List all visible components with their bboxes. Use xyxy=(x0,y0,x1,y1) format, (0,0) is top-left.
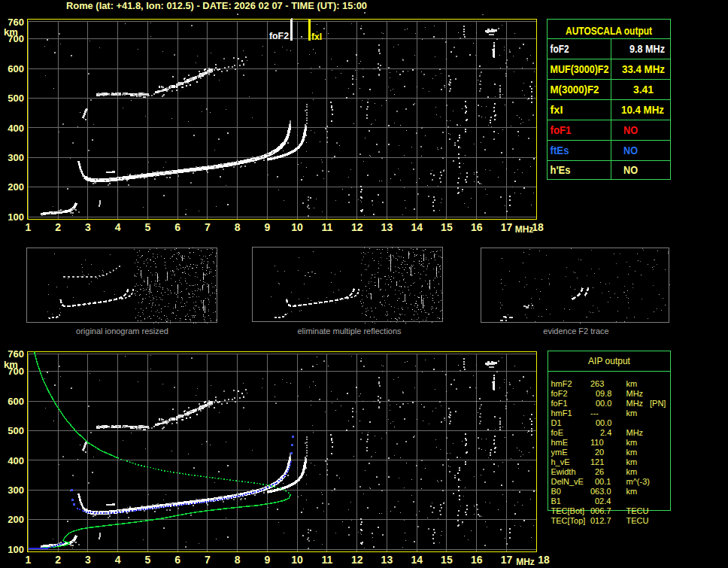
svg-text:3.41: 3.41 xyxy=(633,84,654,96)
svg-text:6: 6 xyxy=(174,554,180,566)
svg-text:foF1: foF1 xyxy=(551,124,572,136)
svg-text:h'Es: h'Es xyxy=(551,164,571,176)
svg-text:hmE: hmE xyxy=(551,438,569,447)
svg-text:TECU: TECU xyxy=(626,506,649,515)
svg-text:700: 700 xyxy=(8,33,24,44)
svg-text:m^(-3): m^(-3) xyxy=(626,477,650,486)
svg-text:10: 10 xyxy=(291,221,303,233)
svg-text:D1: D1 xyxy=(551,418,562,427)
svg-text:eliminate multiple reflections: eliminate multiple reflections xyxy=(297,327,402,336)
svg-text:TECU: TECU xyxy=(626,516,649,525)
svg-text:TEC[Top]: TEC[Top] xyxy=(551,516,586,525)
svg-text:5: 5 xyxy=(144,221,150,233)
svg-text:13: 13 xyxy=(381,554,393,566)
svg-text:16: 16 xyxy=(471,221,483,233)
svg-text:26: 26 xyxy=(595,467,604,476)
svg-text:km: km xyxy=(626,487,638,496)
svg-text:33.4 MHz: 33.4 MHz xyxy=(622,63,665,75)
svg-text:18: 18 xyxy=(532,221,544,233)
svg-text:200: 200 xyxy=(8,181,24,193)
svg-text:MHz: MHz xyxy=(626,399,644,408)
svg-text:2.4: 2.4 xyxy=(600,428,611,437)
svg-text:7: 7 xyxy=(205,221,211,233)
svg-text:B1: B1 xyxy=(551,497,561,506)
svg-text:evidence F2 trace: evidence F2 trace xyxy=(543,327,608,336)
svg-text:km: km xyxy=(626,438,638,447)
svg-text:300: 300 xyxy=(8,484,24,496)
svg-text:14: 14 xyxy=(411,221,423,233)
svg-text:8: 8 xyxy=(235,221,241,233)
svg-text:km: km xyxy=(626,467,638,476)
svg-text:4: 4 xyxy=(115,221,121,233)
svg-text:original ionogram resized: original ionogram resized xyxy=(76,327,168,336)
svg-text:DelN_vE: DelN_vE xyxy=(551,477,584,486)
svg-text:7: 7 xyxy=(205,554,211,566)
svg-text:1: 1 xyxy=(25,221,31,233)
svg-text:15: 15 xyxy=(441,221,453,233)
svg-text:110: 110 xyxy=(590,438,604,447)
svg-text:13: 13 xyxy=(381,221,393,233)
svg-text:012.7: 012.7 xyxy=(590,516,611,525)
svg-text:NO: NO xyxy=(623,144,638,156)
svg-text:500: 500 xyxy=(8,93,24,104)
svg-text:foE: foE xyxy=(551,428,564,437)
svg-text:9: 9 xyxy=(265,554,271,566)
svg-text:1: 1 xyxy=(25,554,31,566)
svg-text:M(3000)F2: M(3000)F2 xyxy=(551,84,599,96)
svg-text:12: 12 xyxy=(351,554,363,566)
svg-text:ftEs: ftEs xyxy=(551,144,569,156)
svg-text:400: 400 xyxy=(8,455,24,466)
svg-text:09.8: 09.8 xyxy=(596,389,611,398)
svg-text:12: 12 xyxy=(351,221,363,233)
svg-text:[PN]: [PN] xyxy=(650,399,666,408)
svg-text:NO: NO xyxy=(623,124,638,136)
svg-text:121: 121 xyxy=(590,457,604,466)
svg-text:00.1: 00.1 xyxy=(595,477,611,486)
svg-text:10.4 MHz: 10.4 MHz xyxy=(621,104,664,116)
svg-text:foF2: foF2 xyxy=(551,389,568,398)
svg-text:17: 17 xyxy=(501,554,513,566)
svg-text:foF1: foF1 xyxy=(551,399,568,408)
svg-text:km: km xyxy=(626,457,638,466)
svg-text:NO: NO xyxy=(623,164,638,176)
svg-text:B0: B0 xyxy=(551,487,561,496)
svg-text:700: 700 xyxy=(8,366,24,377)
svg-text:00.0: 00.0 xyxy=(596,418,611,427)
svg-text:AIP output: AIP output xyxy=(588,356,630,366)
svg-text:h_vE: h_vE xyxy=(551,457,570,466)
svg-text:600: 600 xyxy=(8,396,24,407)
svg-text:fxI: fxI xyxy=(551,104,563,116)
svg-text:km: km xyxy=(626,409,638,418)
svg-text:8: 8 xyxy=(235,554,241,566)
svg-text:hmF1: hmF1 xyxy=(551,409,572,418)
svg-text:Rome (lat: +41.8, lon: 012.5): Rome (lat: +41.8, lon: 012.5) - DATE: 20… xyxy=(66,0,367,11)
svg-text:17: 17 xyxy=(501,221,513,233)
svg-text:02.4: 02.4 xyxy=(595,497,611,506)
svg-text:fxI: fxI xyxy=(311,32,322,42)
svg-text:2: 2 xyxy=(55,554,61,566)
svg-text:200: 200 xyxy=(8,514,24,525)
svg-text:5: 5 xyxy=(144,554,150,566)
svg-text:hmF2: hmF2 xyxy=(551,379,572,388)
svg-text:16: 16 xyxy=(471,554,483,566)
svg-text:300: 300 xyxy=(8,152,24,163)
svg-text:11: 11 xyxy=(321,221,332,233)
svg-text:11: 11 xyxy=(321,554,332,566)
svg-text:4: 4 xyxy=(115,554,121,566)
svg-text:15: 15 xyxy=(441,554,453,566)
svg-text:500: 500 xyxy=(8,425,24,436)
svg-text:ymE: ymE xyxy=(551,448,568,457)
svg-text:00.0: 00.0 xyxy=(596,399,611,408)
svg-text:400: 400 xyxy=(8,123,24,134)
svg-text:600: 600 xyxy=(8,63,24,74)
svg-text:100: 100 xyxy=(8,544,24,555)
svg-text:6: 6 xyxy=(174,221,180,233)
svg-text:AUTOSCALA output: AUTOSCALA output xyxy=(566,24,652,37)
svg-text:14: 14 xyxy=(411,554,423,566)
svg-text:TEC[Bot]: TEC[Bot] xyxy=(551,506,585,515)
svg-text:263: 263 xyxy=(590,379,604,388)
svg-text:100: 100 xyxy=(8,211,24,223)
svg-text:760: 760 xyxy=(8,348,24,360)
svg-text:foF2: foF2 xyxy=(269,31,289,41)
svg-text:Ewidth: Ewidth xyxy=(551,467,576,476)
